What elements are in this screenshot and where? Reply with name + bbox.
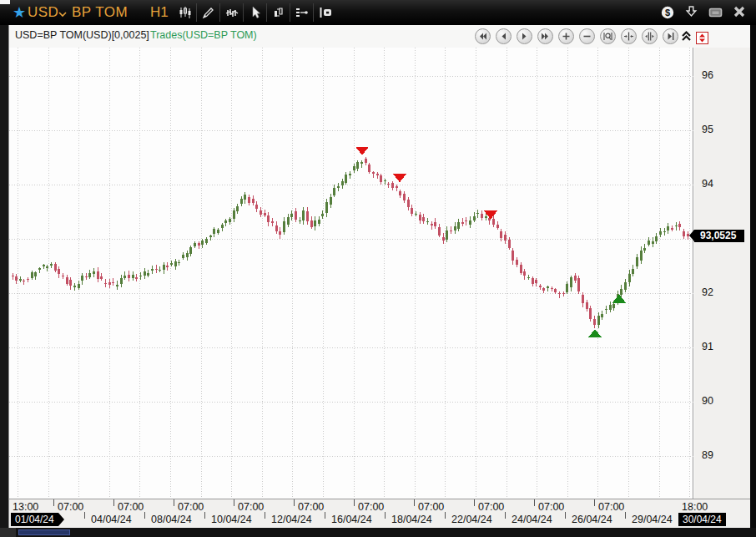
candle-body: [260, 210, 262, 215]
price-tick-label: 89: [702, 449, 713, 461]
candle-body: [558, 293, 561, 295]
date-tick: [565, 512, 566, 519]
time-tick-label: 07:00: [118, 501, 144, 513]
pair-label[interactable]: BP TOM: [72, 0, 128, 25]
time-tick: [354, 499, 355, 506]
candle-body: [438, 227, 441, 236]
symbol-selector[interactable]: USD: [28, 0, 58, 25]
candle-body: [535, 280, 537, 283]
date-tick-label: 18/04/24: [391, 514, 432, 525]
scrollbar-thumb[interactable]: [18, 529, 70, 535]
date-tick-label: 16/04/24: [331, 514, 372, 525]
candle-body: [566, 284, 568, 292]
chart-plot-area[interactable]: [9, 48, 693, 499]
date-tick: [204, 512, 205, 519]
svg-text:$: $: [665, 8, 670, 18]
candle-body: [356, 162, 359, 169]
zoom-out-button[interactable]: [579, 28, 595, 44]
candle-body: [108, 282, 111, 285]
candle-body: [318, 220, 320, 223]
compress-scale-button[interactable]: [621, 28, 637, 44]
candle-body: [500, 231, 502, 237]
candle-body: [341, 181, 344, 185]
candle-body: [314, 220, 316, 227]
zoom-in-button[interactable]: [558, 28, 574, 44]
candle-body: [178, 262, 180, 263]
restore-icon[interactable]: [707, 3, 725, 23]
candle-body: [368, 165, 370, 172]
candle-body: [337, 186, 340, 188]
date-tick-label: 24/04/24: [512, 514, 552, 525]
candle-body: [586, 302, 588, 309]
candle-body: [221, 225, 224, 228]
candle-body: [469, 220, 471, 225]
candle-body: [73, 286, 76, 287]
time-axis[interactable]: 13:0007:0007:0007:0007:0007:0007:0007:00…: [9, 499, 751, 528]
indicator-icon[interactable]: [220, 2, 243, 23]
date-tick: [265, 512, 265, 519]
cursor-icon[interactable]: [244, 2, 266, 23]
step-back-button[interactable]: [496, 28, 512, 44]
candle-body: [248, 197, 250, 203]
candle-body: [69, 280, 72, 286]
zoom-range-button[interactable]: [600, 28, 616, 44]
candle-body: [671, 228, 673, 229]
candle-body: [163, 265, 165, 270]
download-arrow-icon[interactable]: [683, 3, 701, 23]
candle-body: [508, 240, 511, 248]
candle-body: [275, 225, 278, 232]
timeframe-label[interactable]: H1: [150, 0, 169, 25]
favorite-star-icon[interactable]: ★: [13, 0, 26, 25]
candle-body: [652, 241, 654, 244]
fast-forward-button[interactable]: [537, 28, 553, 44]
step-forward-button[interactable]: [517, 28, 532, 44]
price-axis[interactable]: 93,0525 96959492919089: [694, 48, 751, 499]
chart-panel: USD=BP TOM(USD)[0,0025] Trades(USD=BP TO…: [8, 25, 750, 528]
candle-body: [97, 271, 99, 279]
chart-type-icon[interactable]: [174, 2, 196, 23]
window-right-border: [750, 25, 756, 537]
date-tick-label: 10/04/24: [211, 514, 252, 525]
rewind-button[interactable]: [475, 28, 491, 44]
candle-body: [434, 222, 436, 227]
expand-scale-button[interactable]: [642, 28, 658, 44]
close-icon[interactable]: [731, 3, 749, 23]
collapse-toolbar-icon[interactable]: [681, 30, 692, 45]
candle-body: [643, 248, 646, 251]
corner-notch: [0, 0, 10, 4]
ka-icon[interactable]: [314, 2, 336, 23]
bar-step-icon[interactable]: [267, 2, 290, 23]
chart-canvas[interactable]: [9, 48, 693, 499]
levels-icon[interactable]: [290, 2, 313, 23]
candle-body: [655, 236, 658, 241]
candle-body: [174, 261, 177, 266]
candle-body: [144, 271, 146, 276]
candle-body: [360, 162, 363, 164]
price-tick-label: 95: [702, 124, 713, 135]
chevron-down-icon[interactable]: [58, 2, 68, 27]
candle-body: [574, 276, 577, 281]
candle-body: [31, 272, 33, 278]
price-tick-label: 90: [702, 395, 713, 407]
time-tick-label: 07:00: [418, 501, 444, 513]
candle-body: [155, 269, 158, 270]
date-tick: [505, 512, 506, 519]
candle-body: [182, 255, 184, 258]
horizontal-scrollbar[interactable]: [0, 528, 756, 537]
draw-icon[interactable]: [197, 2, 219, 23]
dollar-icon[interactable]: $: [658, 3, 677, 23]
autoscale-button[interactable]: [696, 32, 708, 44]
candle-body: [353, 166, 355, 170]
candle-body: [593, 319, 596, 325]
date-tick-label: 29/04/24: [632, 514, 673, 525]
time-tick: [113, 499, 114, 506]
candle-body: [454, 226, 456, 231]
go-to-end-button[interactable]: [663, 28, 678, 44]
candle-body: [597, 316, 600, 326]
candle-body: [577, 278, 580, 291]
candle-body: [570, 277, 572, 287]
date-badge: 01/04/24: [11, 513, 58, 526]
candle-body: [384, 180, 386, 181]
candle-body: [104, 283, 107, 284]
sell-trade-marker: [393, 174, 406, 182]
